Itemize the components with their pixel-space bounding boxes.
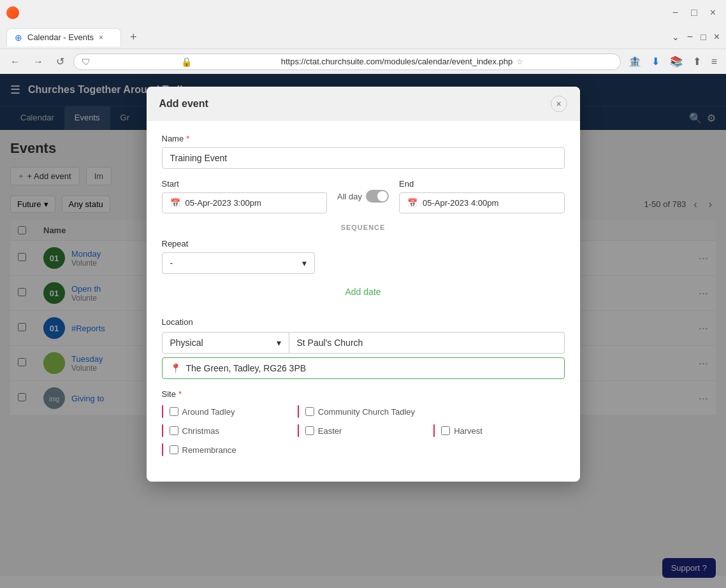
browser-close[interactable]: × <box>714 31 720 43</box>
firefox-logo <box>6 6 19 19</box>
site-divider-easter <box>298 424 299 437</box>
site-divider-christmas <box>162 424 163 437</box>
site-checkbox-around-tadley[interactable] <box>170 407 178 416</box>
browser-titlebar: − □ × <box>0 0 726 25</box>
shield-icon: 🛡 <box>82 57 177 67</box>
site-checkbox-community-church[interactable] <box>305 407 314 416</box>
browser-minimize[interactable]: − <box>687 31 693 43</box>
calendar-icon-end: 📅 <box>407 198 417 208</box>
share-icon[interactable]: ⬆ <box>690 53 704 70</box>
site-label-remembrance: Remembrance <box>182 445 236 455</box>
allday-label: All day <box>337 192 362 201</box>
allday-toggle[interactable]: All day <box>337 190 389 203</box>
site-checkbox-harvest[interactable] <box>441 426 450 435</box>
browser-tabs: ⊕ Calendar - Events × + ⌄ − □ × <box>0 25 726 48</box>
repeat-select[interactable]: - ▾ <box>162 252 315 274</box>
name-field-group: Name * <box>162 134 565 169</box>
location-type-select[interactable]: Physical ▾ <box>162 332 289 354</box>
pocket-icon[interactable]: 🏦 <box>626 53 644 70</box>
browser-action-icons: 🏦 ⬇ 📚 ⬆ ≡ <box>626 53 720 70</box>
end-datetime-input[interactable]: 📅 05-Apr-2023 4:00pm <box>399 192 564 213</box>
site-item-easter: Easter <box>298 424 428 437</box>
site-checkbox-christmas[interactable] <box>170 426 178 435</box>
site-label: Site * <box>162 389 565 399</box>
location-address-text: The Green, Tadley, RG26 3PB <box>186 363 307 373</box>
start-datetime-input[interactable]: 📅 05-Apr-2023 3:00pm <box>162 192 327 213</box>
browser-chevron: ⌄ <box>672 32 679 42</box>
location-venue-input[interactable] <box>289 332 565 354</box>
start-label: Start <box>162 179 327 189</box>
add-date-button[interactable]: Add date <box>162 282 565 302</box>
site-item-remembrance: Remembrance <box>162 443 293 456</box>
library-icon[interactable]: 📚 <box>667 53 685 70</box>
location-type-value: Physical <box>170 338 203 348</box>
browser-nav: ← → ↺ 🛡 🔒 https://ctat.churchsuite.com/m… <box>0 48 726 74</box>
site-label-christmas: Christmas <box>182 426 220 436</box>
maximize-button[interactable]: □ <box>687 4 701 21</box>
add-event-modal: Add event × Name * Start 📅 05-Apr-2023 3… <box>147 87 580 482</box>
start-group: Start 📅 05-Apr-2023 3:00pm <box>162 179 327 213</box>
allday-toggle-thumb <box>377 191 388 201</box>
tab-close-button[interactable]: × <box>99 33 103 42</box>
end-label: End <box>399 179 564 189</box>
location-type-chevron: ▾ <box>277 338 281 348</box>
site-label-harvest: Harvest <box>454 426 483 436</box>
refresh-button[interactable]: ↺ <box>52 53 68 70</box>
site-section: Site * Around Tadley Community Church Ta… <box>162 389 565 456</box>
site-label-around-tadley: Around Tadley <box>182 407 235 417</box>
location-label: Location <box>162 317 565 327</box>
download-icon[interactable]: ⬇ <box>649 53 662 70</box>
start-value: 05-Apr-2023 3:00pm <box>185 198 261 208</box>
modal-body: Name * Start 📅 05-Apr-2023 3:00pm All da… <box>147 121 580 482</box>
back-button[interactable]: ← <box>6 54 24 70</box>
name-input[interactable] <box>162 147 565 169</box>
calendar-icon-start: 📅 <box>170 198 180 208</box>
end-value: 05-Apr-2023 4:00pm <box>423 198 498 208</box>
site-label-community-church: Community Church Tadley <box>318 407 415 417</box>
browser-chrome: − □ × ⊕ Calendar - Events × + ⌄ − □ × ← … <box>0 0 726 74</box>
sequence-label: SEQUENCE <box>162 224 565 231</box>
repeat-label: Repeat <box>162 239 565 248</box>
site-checkboxes: Around Tadley Community Church Tadley Ch… <box>162 405 565 456</box>
repeat-chevron: ▾ <box>302 258 307 268</box>
tab-icon: ⊕ <box>15 32 22 43</box>
site-divider <box>162 405 163 418</box>
lock-icon: 🔒 <box>181 57 277 67</box>
modal-close-button[interactable]: × <box>551 96 567 112</box>
repeat-group: Repeat - ▾ <box>162 239 565 274</box>
menu-icon[interactable]: ≡ <box>709 54 720 70</box>
allday-toggle-track[interactable] <box>366 190 389 203</box>
modal-title: Add event <box>159 98 208 110</box>
url-text: https://ctat.churchsuite.com/modules/cal… <box>281 57 513 66</box>
datetime-row: Start 📅 05-Apr-2023 3:00pm All day End 📅… <box>162 179 565 213</box>
address-bar[interactable]: 🛡 🔒 https://ctat.churchsuite.com/modules… <box>73 54 621 70</box>
modal-header: Add event × <box>147 87 580 121</box>
tab-title: Calendar - Events <box>27 32 94 42</box>
name-required: * <box>186 134 189 143</box>
name-label: Name * <box>162 134 565 143</box>
site-divider-community <box>298 405 299 418</box>
location-address-row: 📍 The Green, Tadley, RG26 3PB <box>162 357 565 379</box>
end-group: End 📅 05-Apr-2023 4:00pm <box>399 179 564 213</box>
site-required: * <box>178 389 182 399</box>
repeat-value: - <box>170 258 173 268</box>
site-item-community-church: Community Church Tadley <box>298 405 428 418</box>
site-checkbox-easter[interactable] <box>305 426 314 435</box>
browser-maximize[interactable]: □ <box>701 32 706 42</box>
site-item-christmas: Christmas <box>162 424 293 437</box>
location-row: Physical ▾ <box>162 332 565 354</box>
site-item-around-tadley: Around Tadley <box>162 405 293 418</box>
location-section: Location Physical ▾ 📍 The Green, Tadley,… <box>162 317 565 379</box>
site-label-easter: Easter <box>318 426 342 436</box>
site-checkbox-remembrance[interactable] <box>170 445 178 454</box>
site-item-harvest: Harvest <box>433 424 564 437</box>
new-tab-button[interactable]: + <box>125 28 142 47</box>
forward-button[interactable]: → <box>29 54 47 70</box>
site-divider-harvest <box>433 424 435 437</box>
active-tab[interactable]: ⊕ Calendar - Events × <box>6 28 121 47</box>
bookmark-icon: ☆ <box>516 57 612 66</box>
location-pin-icon: 📍 <box>170 363 181 373</box>
minimize-button[interactable]: − <box>669 4 682 21</box>
window-close-button[interactable]: × <box>706 4 720 21</box>
site-divider-remembrance <box>162 443 163 456</box>
